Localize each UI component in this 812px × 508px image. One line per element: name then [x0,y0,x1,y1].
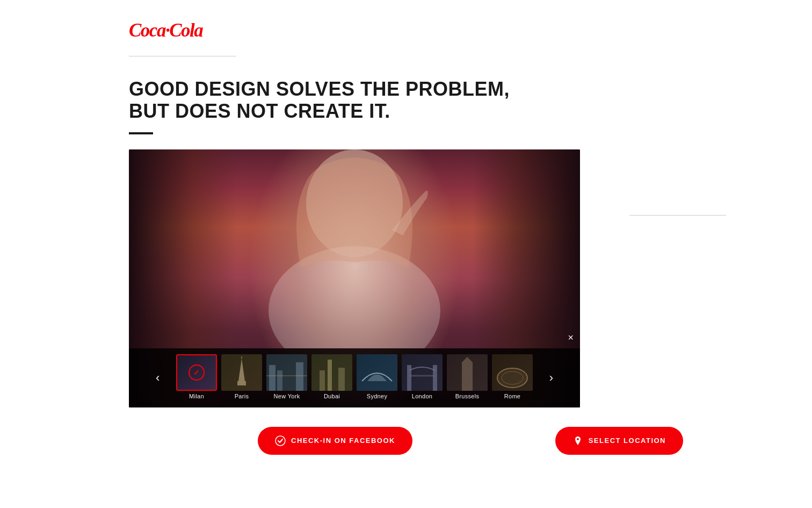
newyork-thumb-art [266,354,307,391]
location-label: SELECT LOCATION [589,437,666,445]
image-panel: × ‹ ✓ Milan [129,149,580,407]
thumb-label-brussels: Brussels [455,393,480,399]
dubai-thumb-art [311,354,352,391]
thumbnail-prev-button[interactable]: ‹ [150,368,165,388]
brussels-thumb-art [447,354,488,391]
thumbnail-milan[interactable]: ✓ Milan [176,354,217,399]
thumb-label-london: London [412,393,433,399]
thumb-img-sydney [357,354,397,391]
coca-cola-logo: Coca·Cola [129,11,204,48]
thumb-img-milan: ✓ [176,354,217,391]
bottom-buttons: CHECK-IN ON FACEBOOK SELECT LOCATION [129,407,812,455]
tagline-line2: BUT DOES NOT CREATE IT. [129,100,390,122]
sydney-thumb-art [357,354,397,391]
paris-thumb-art [221,354,262,391]
logo[interactable]: Coca·Cola [129,11,204,51]
thumbnail-brussels[interactable]: Brussels [447,354,488,399]
rome-thumb-art [492,354,533,391]
thumb-img-london [402,354,443,391]
thumb-label-milan: Milan [189,393,204,399]
svg-rect-18 [433,365,437,391]
header: Coca·Cola [0,0,812,56]
right-decorative-line [629,215,726,216]
thumbnail-next-button[interactable]: › [544,368,559,388]
svg-point-25 [276,436,285,446]
thumb-label-dubai: Dubai [324,393,340,399]
tagline: GOOD DESIGN SOLVES THE PROBLEM, BUT DOES… [129,78,548,123]
thumbnail-dubai[interactable]: Dubai [311,354,352,399]
person-silhouette [129,149,580,348]
svg-rect-13 [320,370,325,391]
thumb-img-brussels [447,354,488,391]
thumbnails-list: ✓ Milan [165,354,543,402]
select-location-button[interactable]: SELECT LOCATION [555,427,683,455]
thumb-img-newyork [266,354,307,391]
thumb-label-paris: Paris [235,393,249,399]
thumbnail-newyork[interactable]: New York [266,354,307,399]
svg-rect-17 [407,365,411,391]
thumb-img-rome [492,354,533,391]
svg-rect-8 [277,370,282,391]
svg-rect-12 [328,360,332,391]
thumbnail-rome[interactable]: Rome [492,354,533,399]
checkin-button[interactable]: CHECK-IN ON FACEBOOK [258,427,412,455]
svg-rect-14 [338,368,345,391]
checkin-icon [275,435,286,446]
svg-rect-4 [237,381,246,385]
tagline-divider [129,132,153,134]
thumb-label-rome: Rome [504,393,521,399]
checkin-label: CHECK-IN ON FACEBOOK [291,437,395,445]
thumb-label-newyork: New York [274,393,300,399]
thumb-img-dubai [311,354,352,391]
thumb-label-sydney: Sydney [367,393,388,399]
svg-text:Coca·Cola: Coca·Cola [129,20,203,41]
location-icon [572,435,583,446]
thumbnail-sydney[interactable]: Sydney [357,354,397,399]
svg-rect-21 [462,362,473,391]
main-content: GOOD DESIGN SOLVES THE PROBLEM, BUT DOES… [0,56,812,455]
thumbnail-strip: × ‹ ✓ Milan [129,348,580,407]
svg-rect-9 [296,362,303,391]
strip-close-button[interactable]: × [568,332,574,344]
thumbnail-paris[interactable]: Paris [221,354,262,399]
london-thumb-art [402,354,443,391]
tagline-line1: GOOD DESIGN SOLVES THE PROBLEM, [129,78,510,100]
thumb-img-paris [221,354,262,391]
thumbnail-london[interactable]: London [402,354,443,399]
svg-rect-7 [269,365,276,391]
